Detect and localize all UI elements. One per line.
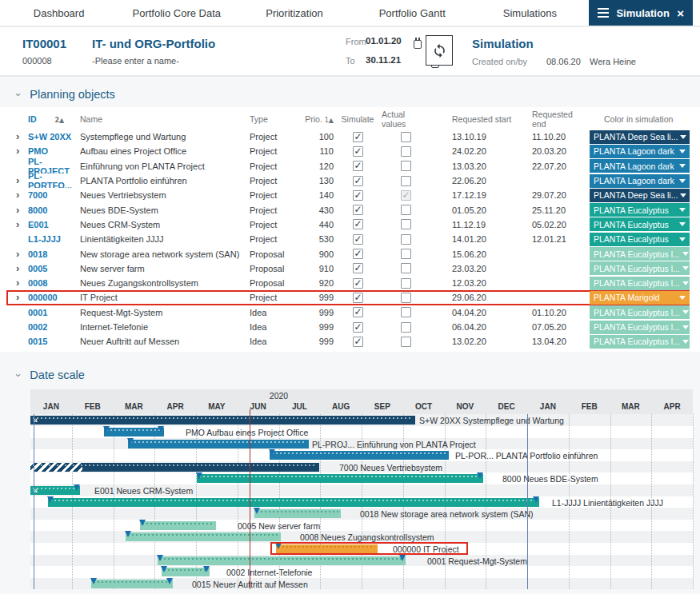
calendar-icon[interactable] bbox=[414, 40, 422, 49]
color-in-simulation-dropdown[interactable]: PLANTA Eucalyptus l... bbox=[590, 335, 690, 349]
table-row[interactable]: › 7000 Neues Vertriebsystem Project 140 … bbox=[6, 188, 690, 202]
gantt-bar[interactable] bbox=[91, 580, 173, 588]
color-in-simulation-dropdown[interactable]: PLANTA Eucalyptus l... bbox=[590, 321, 690, 334]
table-row[interactable]: › 0008 Neues Zugangskontrollsystem Propo… bbox=[6, 276, 690, 290]
collapse-chevron-icon[interactable]: › bbox=[13, 93, 25, 96]
planning-object-id-link[interactable]: L1-JJJJ bbox=[28, 234, 80, 244]
col-type[interactable]: Type bbox=[250, 114, 300, 124]
expand-chevron-icon[interactable]: › bbox=[16, 174, 19, 186]
col-prio[interactable]: Prio. bbox=[305, 114, 322, 124]
simulate-checkbox[interactable] bbox=[353, 234, 363, 245]
color-in-simulation-dropdown[interactable]: PLANTA Deep Sea li... bbox=[590, 130, 690, 144]
color-in-simulation-dropdown[interactable]: PLANTA Lagoon dark bbox=[590, 174, 690, 188]
actual-values-checkbox[interactable] bbox=[401, 132, 411, 142]
simulate-checkbox[interactable] bbox=[353, 161, 363, 171]
gantt-bar[interactable] bbox=[128, 440, 309, 448]
actual-values-checkbox[interactable] bbox=[401, 337, 411, 347]
expand-chevron-icon[interactable]: › bbox=[16, 204, 19, 216]
from-date-field[interactable]: 01.01.20 bbox=[366, 36, 402, 46]
table-row[interactable]: › 0018 New storage area network system (… bbox=[6, 246, 690, 261]
expand-chevron-icon[interactable]: › bbox=[16, 262, 19, 274]
refresh-button[interactable] bbox=[426, 35, 453, 66]
nav-tab[interactable]: Portfolio Gantt bbox=[354, 0, 471, 26]
actual-values-checkbox[interactable] bbox=[401, 293, 411, 303]
expand-chevron-icon[interactable]: › bbox=[16, 189, 19, 201]
table-row[interactable]: › PL-PORTFO... PLANTA Portfolio einführe… bbox=[6, 173, 690, 188]
hamburger-icon[interactable] bbox=[598, 6, 609, 20]
gantt-bar[interactable]: « bbox=[30, 486, 80, 495]
planning-object-id-link[interactable]: 0008 bbox=[28, 278, 80, 288]
simulate-checkbox[interactable] bbox=[353, 278, 363, 289]
simulate-checkbox[interactable] bbox=[353, 337, 363, 347]
expand-chevron-icon[interactable]: › bbox=[16, 130, 19, 142]
col-id[interactable]: ID bbox=[28, 114, 37, 124]
color-in-simulation-dropdown[interactable]: PLANTA Eucalyptus l... bbox=[590, 277, 690, 290]
table-row[interactable]: › E001 Neues CRM-System Project 440 11.1… bbox=[6, 217, 690, 232]
table-row[interactable]: › PL-PROJECT Einführung von PLANTA Proje… bbox=[6, 159, 690, 173]
expand-chevron-icon[interactable]: › bbox=[16, 277, 19, 289]
simulate-checkbox[interactable] bbox=[353, 263, 363, 273]
color-in-simulation-dropdown[interactable]: PLANTA Lagoon dark bbox=[590, 145, 690, 158]
planning-object-id-link[interactable]: 8000 bbox=[28, 205, 80, 215]
nav-tab[interactable]: Prioritization bbox=[235, 0, 353, 26]
nav-tab[interactable]: Portfolio Core Data bbox=[118, 0, 235, 26]
actual-values-checkbox[interactable] bbox=[401, 146, 411, 157]
simulate-checkbox[interactable] bbox=[353, 322, 363, 333]
gantt-bar[interactable] bbox=[140, 521, 216, 530]
table-row[interactable]: › 0001 Request-Mgt-System Idea 999 04.04… bbox=[6, 305, 690, 320]
simulate-checkbox[interactable] bbox=[353, 190, 363, 201]
col-requested-end[interactable]: Requested end bbox=[520, 110, 582, 129]
actual-values-checkbox[interactable] bbox=[401, 219, 411, 229]
col-requested-start[interactable]: Requested start bbox=[430, 114, 520, 124]
color-in-simulation-dropdown[interactable]: PLANTA Deep Sea li... bbox=[590, 189, 690, 202]
gantt-bar[interactable] bbox=[197, 474, 483, 483]
planning-object-id-link[interactable]: 0005 bbox=[28, 264, 80, 273]
planning-object-id-link[interactable]: 0015 bbox=[28, 337, 80, 346]
tab-simulation-active[interactable]: Simulation × bbox=[589, 0, 693, 26]
color-in-simulation-dropdown[interactable]: PLANTA Marigold bbox=[590, 291, 690, 305]
actual-values-checkbox[interactable] bbox=[401, 205, 411, 215]
planning-objects-section-header[interactable]: › Planning objects bbox=[0, 88, 700, 101]
planning-object-id-link[interactable]: 000000 bbox=[28, 293, 80, 302]
planning-object-id-link[interactable]: S+W 20XX bbox=[28, 132, 80, 142]
gantt-bar[interactable] bbox=[162, 568, 210, 576]
planning-object-id-link[interactable]: 7000 bbox=[28, 190, 80, 200]
actual-values-checkbox[interactable] bbox=[401, 263, 411, 273]
color-in-simulation-dropdown[interactable]: PLANTA Eucalyptus bbox=[590, 217, 690, 231]
table-row[interactable]: › 0005 New server farm Proposal 910 23.0… bbox=[6, 261, 690, 276]
actual-values-checkbox[interactable] bbox=[401, 307, 411, 317]
actual-values-checkbox[interactable] bbox=[401, 278, 411, 289]
table-row[interactable]: › 8000 Neues BDE-System Project 430 01.0… bbox=[6, 202, 690, 217]
table-row[interactable]: › 0002 Internet-Telefonie Idea 999 06.04… bbox=[6, 320, 690, 334]
actual-values-checkbox[interactable] bbox=[401, 190, 411, 201]
color-in-simulation-dropdown[interactable]: PLANTA Eucalyptus bbox=[590, 233, 690, 246]
table-row[interactable]: › 000000 IT Project Project 999 29.06.20… bbox=[6, 290, 690, 305]
table-row[interactable]: › S+W 20XX Systempflege und Wartung Proj… bbox=[6, 130, 690, 144]
gantt-bar[interactable] bbox=[48, 498, 539, 507]
planning-object-id-link[interactable]: E001 bbox=[28, 220, 80, 229]
expand-chevron-icon[interactable]: › bbox=[16, 218, 19, 230]
actual-values-checkbox[interactable] bbox=[401, 234, 411, 245]
simulate-checkbox[interactable] bbox=[353, 293, 363, 303]
expand-chevron-icon[interactable]: › bbox=[16, 145, 19, 157]
simulate-checkbox[interactable] bbox=[353, 176, 363, 186]
col-name[interactable]: Name bbox=[80, 114, 250, 124]
gantt-bar[interactable] bbox=[158, 556, 406, 565]
simulate-checkbox[interactable] bbox=[353, 219, 363, 229]
color-in-simulation-dropdown[interactable]: PLANTA Eucalyptus l... bbox=[590, 261, 690, 275]
table-row[interactable]: › PMO Aufbau eines Project Office Projec… bbox=[6, 144, 690, 158]
planning-object-id-link[interactable]: 0001 bbox=[28, 308, 80, 317]
gantt-bar[interactable] bbox=[30, 463, 319, 472]
color-in-simulation-dropdown[interactable]: PLANTA Eucalyptus l... bbox=[590, 305, 690, 319]
simulate-checkbox[interactable] bbox=[353, 249, 363, 259]
table-row[interactable]: › 0015 Neuer Auftritt auf Messen Idea 99… bbox=[6, 334, 690, 349]
color-in-simulation-dropdown[interactable]: PLANTA Lagoon dark bbox=[590, 159, 690, 173]
simulate-checkbox[interactable] bbox=[353, 205, 363, 215]
planning-object-id-link[interactable]: 0018 bbox=[28, 249, 80, 259]
color-in-simulation-dropdown[interactable]: PLANTA Eucalyptus l... bbox=[590, 247, 690, 261]
simulate-checkbox[interactable] bbox=[353, 132, 363, 142]
to-date-field[interactable]: 30.11.21 bbox=[366, 55, 401, 65]
portfolio-name-placeholder[interactable]: -Please enter a name- bbox=[92, 56, 179, 66]
simulate-checkbox[interactable] bbox=[353, 307, 363, 317]
expand-chevron-icon[interactable]: › bbox=[16, 291, 19, 303]
